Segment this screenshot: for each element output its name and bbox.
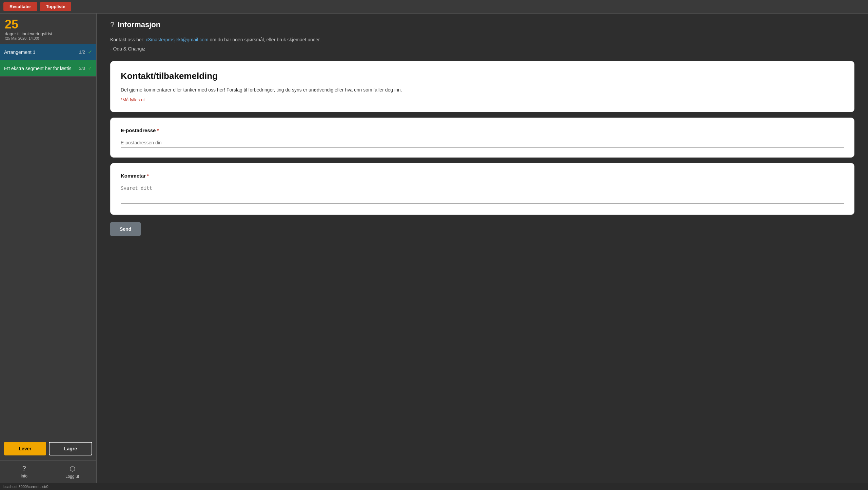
sidebar-nav: ? Info ⬡ Logg ut [0,460,96,483]
deadline-label: dager til innleveringsfrist [5,31,92,36]
comment-textarea[interactable] [121,183,844,204]
email-required-star: * [157,127,159,133]
segment-progress-2: 3/3 [79,66,85,71]
segment-item-2[interactable]: Ett ekstra segment her for lættis 3/3 ✓ [0,60,96,77]
lagre-button[interactable]: Lagre [49,442,92,455]
nav-logg-ut[interactable]: ⬡ Logg ut [48,461,96,483]
page-title: Informasjon [118,20,160,29]
logout-icon: ⬡ [70,465,75,473]
nav-info[interactable]: ? Info [0,461,48,483]
toppliste-button[interactable]: Toppliste [40,2,72,11]
segment-item-1[interactable]: Arrangement 1 1/2 ✓ [0,44,96,60]
segment-list: Arrangement 1 1/2 ✓ Ett ekstra segment h… [0,44,96,437]
info-icon: ? [22,465,26,472]
contact-card-description: Del gjerne kommentarer eller tanker med … [121,86,844,94]
segment-progress-1: 1/2 [79,49,85,55]
contact-card: Kontakt/tilbakemelding Del gjerne kommen… [110,61,854,112]
resultater-button[interactable]: Resultater [3,2,37,11]
intro-text: Kontakt oss her: c3masterprosjekt@gmail.… [110,36,854,43]
comment-label: Kommetar* [121,173,844,179]
contact-card-title: Kontakt/tilbakemelding [121,71,844,81]
sidebar: 25 dager til innleveringsfrist (25 Mai 2… [0,14,97,483]
segment-label-1: Arrangement 1 [4,49,79,55]
email-card: E-postadresse* [110,118,854,158]
status-bar: localhost:3000/currentList/0 [0,483,868,490]
status-url: localhost:3000/currentList/0 [3,485,48,489]
email-label: E-postadresse* [121,127,844,133]
nav-logg-ut-label: Logg ut [65,474,79,479]
intro-text-before: Kontakt oss her: [110,37,146,42]
segment-check-2: ✓ [88,65,92,72]
segment-label-2: Ett ekstra segment her for lættis [4,66,79,71]
comment-required-star: * [147,173,149,179]
deadline-date: (25 Mai 2020, 14:30) [5,36,92,40]
deadline-number: 25 [5,18,92,30]
main-content: ? Informasjon Kontakt oss her: c3masterp… [97,14,868,483]
nav-info-label: Info [21,474,27,478]
top-bar: Resultater Toppliste [0,0,868,14]
segment-check-1: ✓ [88,49,92,55]
page-header: ? Informasjon [110,20,854,29]
contact-card-required: *Må fylles ut [121,97,844,102]
comment-card: Kommetar* [110,163,854,215]
intro-email[interactable]: c3masterprosjekt@gmail.com [146,37,209,42]
intro-signature: - Oda & Changiz [110,46,854,52]
intro-text-after: om du har noen spørsmål, eller bruk skje… [209,37,321,42]
email-input[interactable] [121,138,844,148]
deadline-box: 25 dager til innleveringsfrist (25 Mai 2… [0,14,96,44]
question-icon: ? [110,20,114,29]
action-buttons: Lever Lagre [0,437,96,460]
app-wrapper: 25 dager til innleveringsfrist (25 Mai 2… [0,14,868,483]
send-button[interactable]: Send [110,222,141,236]
lever-button[interactable]: Lever [4,442,46,455]
